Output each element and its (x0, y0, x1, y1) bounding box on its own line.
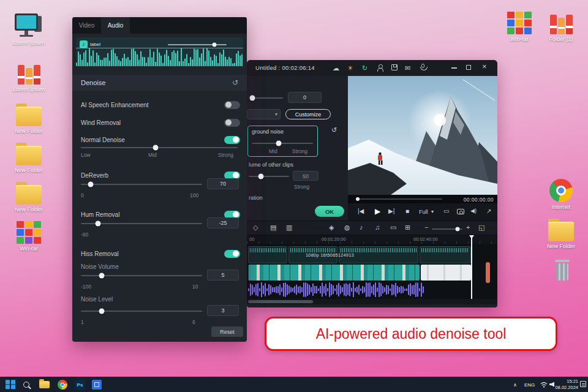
desktop-icon-binders[interactable]: Folder (1) (541, 9, 581, 42)
desktop-icon-binders[interactable]: Lorem Ipsum (9, 59, 48, 92)
clip-volume-slider[interactable] (168, 44, 227, 45)
screen-icon[interactable]: ▭ (443, 208, 449, 214)
fit-timeline-icon[interactable]: ◱ (478, 224, 484, 232)
video-preview[interactable] (348, 76, 497, 195)
account-icon[interactable] (377, 64, 383, 71)
desktop-icon-internet[interactable]: Internet (541, 176, 581, 210)
settings-dropdown[interactable]: ▾ (247, 109, 281, 119)
taskbar-app[interactable] (92, 380, 102, 390)
clips-volume-slider[interactable] (249, 176, 289, 177)
close-button[interactable]: × (482, 62, 487, 72)
snapshot-icon[interactable] (457, 209, 464, 214)
ruler-label: 00:01:20:00 (322, 236, 346, 242)
ration-label: ration (249, 195, 263, 201)
brightness-icon[interactable]: ☀ (347, 63, 353, 73)
video-clip-filmstrip[interactable] (248, 265, 420, 281)
noise-volume-slider[interactable] (81, 275, 202, 276)
clips-volume-value[interactable]: 50 (293, 171, 318, 181)
noise-level-slider[interactable] (81, 311, 202, 312)
reset-button[interactable]: Reset (211, 326, 243, 337)
record-icon[interactable]: ◍ (344, 224, 350, 232)
ok-button[interactable]: OK (315, 206, 344, 217)
save-icon[interactable] (391, 64, 398, 70)
audio-mixer-icon[interactable]: ▥ (286, 224, 292, 232)
zoom-out-icon[interactable]: − (424, 224, 428, 231)
tray-chevron-icon[interactable]: ∧ (513, 382, 517, 387)
desktop-icon-winrar[interactable]: Win-rar (9, 218, 48, 252)
taskbar-photoshop[interactable]: Ps (75, 379, 85, 390)
stop-button[interactable]: ■ (405, 208, 409, 214)
audio-clip-strip[interactable]: ♪ label (76, 37, 243, 67)
customize-button[interactable]: Customize (285, 109, 331, 119)
language-indicator[interactable]: ENG (524, 382, 535, 387)
timeline-hscrollbar[interactable] (247, 299, 497, 304)
clock[interactable]: 15:21 08.02.2024 (555, 379, 578, 390)
reset-icon[interactable]: ↺ (331, 125, 337, 135)
desktop-icon-computer[interactable]: Lorem Ipsum (9, 12, 48, 46)
search-icon[interactable] (23, 382, 29, 388)
timeline-ruler[interactable]: 00 00:01:20:00 00:02:40:00 (247, 235, 497, 244)
notification-center-icon[interactable] (580, 381, 586, 387)
mic-icon[interactable] (421, 64, 424, 68)
quality-dropdown[interactable]: Full (419, 209, 428, 215)
keyframe-icon[interactable]: ◇ (253, 224, 258, 232)
preview-progress-bar[interactable]: 00:00:00:00 (348, 195, 497, 203)
playhead[interactable] (471, 235, 472, 299)
title-bar[interactable]: Untitled : 00:02:06:14 ☁ ☀ ↻ ✉ × (247, 60, 497, 76)
speaker-icon[interactable]: ◀) (470, 208, 477, 214)
desktop-icon-folder[interactable]: New Folder (9, 140, 48, 173)
zoom-slider[interactable] (432, 228, 462, 230)
hum-removal-value[interactable]: -25 (207, 217, 239, 228)
play-button[interactable]: ▶ (375, 207, 380, 216)
hum-removal-slider[interactable] (81, 223, 202, 224)
cloud-icon[interactable]: ☁ (333, 63, 339, 73)
desktop-icon-recycle-bin[interactable] (543, 256, 582, 282)
start-button[interactable] (6, 380, 15, 390)
dereverb-slider[interactable] (81, 184, 202, 185)
voiceover-icon[interactable]: ♪ (360, 224, 363, 231)
hscrollbar-thumb[interactable] (248, 300, 313, 303)
fullscreen-icon[interactable]: ↗ (486, 208, 491, 214)
desktop-icon-winrar[interactable]: Win-rar (500, 9, 539, 42)
noise-level-value[interactable]: 3 (207, 305, 239, 316)
seek-track[interactable] (356, 198, 442, 200)
effects-icon[interactable]: ◈ (329, 224, 334, 232)
adjust-icon[interactable]: ▤ (270, 224, 276, 232)
minimize-button[interactable] (451, 67, 457, 69)
desktop-icon-folder[interactable]: New Folder (9, 100, 48, 134)
wind-removal-toggle[interactable] (224, 119, 240, 127)
volume-icon[interactable] (549, 382, 554, 387)
music-icon[interactable]: ♫ (375, 224, 380, 231)
settings-slider-top[interactable] (250, 97, 283, 99)
wifi-icon[interactable] (540, 379, 548, 390)
settings-top-value[interactable]: 0 (288, 92, 322, 103)
normal-denoise-toggle[interactable] (224, 136, 240, 144)
tab-audio[interactable]: Audio (101, 17, 130, 34)
taskbar-explorer[interactable] (39, 381, 50, 388)
zoom-in-icon[interactable]: + (466, 224, 470, 231)
screen-record-icon[interactable]: ▭ (390, 224, 396, 232)
tab-video[interactable]: Video (72, 17, 101, 34)
grid-icon[interactable]: ⊞ (405, 224, 410, 232)
prev-frame-button[interactable]: |◀ (358, 208, 364, 214)
audio-waveform-track[interactable] (248, 282, 426, 300)
hiss-removal-toggle[interactable] (224, 250, 240, 258)
mail-icon[interactable]: ✉ (405, 63, 410, 73)
ai-speech-toggle[interactable] (224, 101, 240, 109)
next-frame-button[interactable]: ▶| (388, 208, 394, 214)
dereverb-value[interactable]: 70 (207, 178, 239, 189)
timeline-vscrollbar[interactable] (486, 262, 490, 283)
audio-clip-segment[interactable] (248, 246, 287, 263)
taskbar-chrome[interactable] (58, 380, 67, 390)
noise-volume-value[interactable]: 5 (207, 270, 239, 281)
audio-clip-segment[interactable] (420, 246, 471, 263)
volume-envelope-line[interactable] (76, 48, 243, 48)
noise-strength-slider[interactable] (252, 143, 313, 144)
video-clip-filmstrip-end[interactable] (421, 265, 471, 281)
refresh-icon[interactable]: ↻ (362, 63, 368, 73)
desktop-icon-folder[interactable]: New Folder (9, 179, 48, 213)
maximize-button[interactable] (466, 65, 471, 70)
desktop-icon-folder[interactable]: New Folder (541, 216, 581, 249)
normal-denoise-slider[interactable] (81, 147, 238, 148)
reset-icon[interactable]: ↺ (232, 78, 238, 87)
